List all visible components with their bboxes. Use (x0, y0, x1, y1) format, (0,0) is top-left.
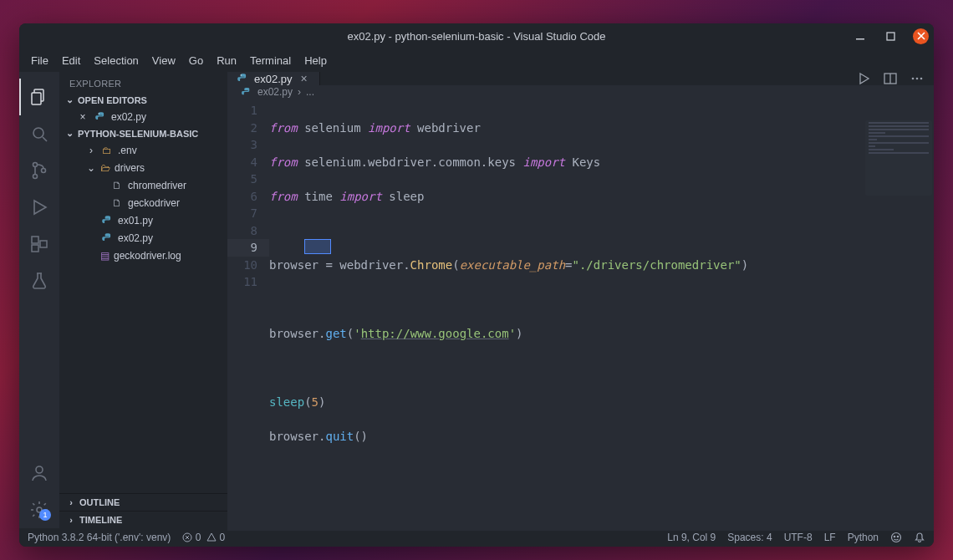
chevron-down-icon: ⌄ (64, 128, 74, 139)
tree-item-label: drivers (115, 162, 145, 174)
activity-scm-icon[interactable] (19, 152, 59, 189)
tree-item[interactable]: ›🗀.env (59, 141, 227, 159)
body: 1 EXPLORER ⌄ OPEN EDITORS × ex02.py ⌄ PY… (19, 72, 934, 528)
menu-selection[interactable]: Selection (87, 51, 145, 70)
run-icon[interactable] (857, 72, 870, 85)
timeline-header[interactable]: › TIMELINE (59, 511, 227, 528)
activity-debug-icon[interactable] (19, 189, 59, 226)
minimap[interactable] (865, 120, 932, 196)
code-editor[interactable]: 1234567891011 from selenium import webdr… (227, 99, 934, 531)
log-file-icon: ▤ (100, 250, 110, 262)
maximize-button[interactable] (883, 28, 898, 43)
activity-test-icon[interactable] (19, 262, 59, 299)
explorer-sidebar: EXPLORER ⌄ OPEN EDITORS × ex02.py ⌄ PYTH… (59, 72, 227, 528)
outline-header[interactable]: › OUTLINE (59, 493, 227, 511)
svg-point-16 (241, 74, 242, 75)
project-header[interactable]: ⌄ PYTHON-SELENIUM-BASIC (59, 125, 227, 141)
menu-help[interactable]: Help (298, 51, 334, 70)
code-content[interactable]: from selenium import webdriver from sele… (269, 99, 934, 531)
status-bell-icon[interactable] (914, 532, 925, 543)
svg-rect-12 (40, 241, 47, 247)
svg-point-13 (36, 466, 43, 473)
activity-account-icon[interactable] (19, 455, 59, 491)
status-problems[interactable]: 0 0 (182, 532, 225, 543)
close-icon[interactable]: × (298, 72, 311, 85)
open-editors-header[interactable]: ⌄ OPEN EDITORS (59, 92, 227, 108)
svg-marker-9 (34, 201, 46, 214)
tab-actions (847, 72, 934, 85)
status-feedback-icon[interactable] (890, 532, 902, 543)
svg-point-20 (912, 78, 915, 80)
settings-badge: 1 (39, 509, 51, 521)
svg-point-8 (42, 169, 46, 173)
status-eol[interactable]: LF (824, 532, 836, 543)
activity-bar: 1 (19, 72, 59, 528)
menu-edit[interactable]: Edit (55, 51, 87, 70)
svg-point-24 (892, 533, 901, 542)
minimize-button[interactable] (853, 28, 868, 43)
chevron-right-icon: › (66, 515, 76, 525)
tab-active[interactable]: ex02.py × (227, 72, 320, 85)
menubar: File Edit Selection View Go Run Terminal… (19, 48, 934, 72)
tree-item[interactable]: ⌄🗁drivers (59, 159, 227, 176)
svg-point-21 (916, 78, 919, 80)
tree-item[interactable]: ▤geckodriver.log (59, 247, 227, 264)
window-title: ex02.py - python-selenium-basic - Visual… (347, 30, 605, 43)
status-spaces[interactable]: Spaces: 4 (727, 532, 772, 543)
tree-item[interactable]: ex02.py (59, 229, 227, 247)
status-lncol[interactable]: Ln 9, Col 9 (667, 532, 716, 543)
python-file-icon (100, 214, 114, 227)
breadcrumb[interactable]: ex02.py › ... (227, 85, 934, 99)
tab-label: ex02.py (254, 73, 293, 85)
chevron-icon: › (86, 145, 96, 156)
vscode-window: ex02.py - python-selenium-basic - Visual… (19, 23, 934, 547)
close-button[interactable] (913, 28, 929, 44)
svg-point-15 (99, 113, 99, 114)
file-tree: ›🗀.env⌄🗁drivers🗋chromedriver🗋geckodriver… (59, 141, 227, 264)
chevron-icon: ⌄ (86, 162, 96, 174)
svg-point-7 (33, 175, 38, 179)
activity-explorer-icon[interactable] (19, 79, 59, 115)
status-lang[interactable]: Python (848, 532, 879, 543)
menu-terminal[interactable]: Terminal (243, 51, 298, 70)
svg-rect-11 (32, 245, 38, 252)
activity-extensions-icon[interactable] (19, 226, 59, 262)
python-file-icon (239, 85, 252, 99)
activity-search-icon[interactable] (19, 115, 59, 152)
svg-rect-1 (887, 33, 894, 40)
menu-go[interactable]: Go (182, 51, 210, 70)
menu-run[interactable]: Run (210, 51, 243, 70)
svg-rect-3 (32, 93, 41, 104)
chevron-down-icon: ⌄ (64, 94, 74, 105)
svg-point-26 (897, 536, 898, 537)
open-editor-name: ex02.py (111, 111, 146, 123)
svg-point-4 (33, 128, 43, 138)
close-icon[interactable]: × (76, 110, 89, 124)
python-file-icon (236, 72, 249, 85)
more-icon[interactable] (910, 72, 924, 85)
svg-point-6 (33, 163, 38, 167)
statusbar: Python 3.8.2 64-bit ('.env': venv) 0 0 L… (19, 528, 934, 547)
python-file-icon (94, 110, 107, 124)
window-controls (853, 23, 929, 48)
folder-open-icon: 🗁 (100, 162, 110, 174)
svg-marker-17 (860, 74, 869, 84)
chevron-right-icon: › (66, 497, 76, 507)
split-editor-icon[interactable] (884, 72, 897, 85)
menu-view[interactable]: View (145, 51, 182, 70)
tree-item[interactable]: 🗋geckodriver (59, 194, 227, 211)
tree-item[interactable]: ex01.py (59, 211, 227, 229)
svg-point-22 (920, 78, 923, 80)
open-editor-item[interactable]: × ex02.py (59, 108, 227, 125)
status-encoding[interactable]: UTF-8 (784, 532, 813, 543)
status-python[interactable]: Python 3.8.2 64-bit ('.env': venv) (28, 532, 171, 543)
menu-file[interactable]: File (24, 51, 55, 70)
activity-settings-icon[interactable]: 1 (19, 491, 59, 528)
tree-item[interactable]: 🗋chromedriver (59, 176, 227, 194)
tree-item-label: geckodriver (128, 197, 180, 209)
file-icon: 🗋 (110, 179, 124, 192)
tree-item-label: .env (118, 145, 137, 156)
tabbar: ex02.py × (227, 72, 934, 85)
folder-icon: 🗀 (100, 144, 114, 157)
tree-item-label: chromedriver (128, 180, 186, 191)
